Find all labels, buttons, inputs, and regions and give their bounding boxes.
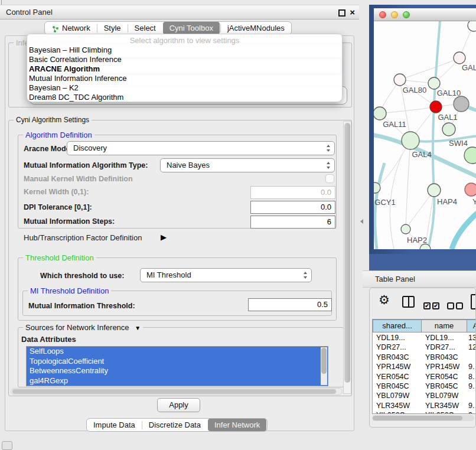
algorithm-option-basic-correlation[interactable]: Basic Correlation Inference: [27, 55, 342, 64]
table-row[interactable]: YBR045C YBR045C 9.: [373, 382, 476, 392]
kernel-width-field[interactable]: 0.0: [250, 186, 335, 199]
node-gal80[interactable]: [394, 74, 406, 86]
tab-impute-data[interactable]: Impute Data: [87, 419, 142, 431]
unchecked-checkbox-icon[interactable]: [447, 302, 454, 309]
hub-definition-label[interactable]: Hub/Transcription Factor Definition: [24, 233, 142, 242]
algorithm-option-dream8[interactable]: Dream8 DC_TDC Algorithm: [27, 93, 342, 102]
node-gal1-red[interactable]: [430, 101, 442, 113]
settings-scrollbar-thumb[interactable]: [344, 123, 350, 383]
panel-splitter-handle[interactable]: [360, 219, 363, 224]
cell-shared-name: YBR045C: [376, 382, 409, 390]
node-partial-top[interactable]: [468, 21, 476, 31]
manual-kernel-width-checkbox[interactable]: [325, 174, 334, 183]
algorithm-option-bayesian-k2[interactable]: Bayesian – K2: [27, 83, 342, 93]
float-window-icon[interactable]: [338, 9, 345, 17]
node-gal11[interactable]: [374, 107, 386, 120]
list-item-betweennesscentrality[interactable]: BetweennessCentrality: [27, 366, 328, 376]
table-row[interactable]: YPR145W YPR145W 9.: [373, 363, 476, 373]
list-item-selfloops[interactable]: SelfLoops: [27, 347, 328, 357]
tab-network[interactable]: Network: [45, 22, 97, 34]
tab-jactivemnodules-label: jActiveMNodules: [227, 22, 285, 34]
apply-button[interactable]: Apply: [157, 398, 200, 412]
network-nodes[interactable]: [374, 21, 476, 249]
algorithm-option-aracne[interactable]: ARACNE Algorithm: [27, 64, 342, 74]
list-item-gal4rgexp[interactable]: gal4RGexp: [27, 376, 328, 386]
tab-style[interactable]: Style: [97, 22, 128, 34]
mac-zoom-button[interactable]: [403, 11, 410, 18]
column-header-name[interactable]: name: [421, 319, 467, 332]
table-horizontal-scrollbar[interactable]: [372, 415, 474, 421]
table-row[interactable]: YBR043C YBR043C: [373, 353, 476, 363]
stepper-up-icon: [304, 272, 307, 274]
close-icon[interactable]: ×: [350, 7, 355, 18]
cell-value: 9.: [468, 402, 474, 410]
document-icon[interactable]: [471, 294, 476, 309]
tab-infer-network[interactable]: Infer Network: [208, 419, 266, 431]
label-gal80: GAL80: [403, 86, 426, 94]
table-horizontal-scrollbar-thumb[interactable]: [373, 416, 462, 420]
stepper-down-icon: [327, 149, 330, 152]
mi-algorithm-type-combobox[interactable]: Naive Bayes: [160, 158, 335, 172]
table-row[interactable]: YLR345W YLR345W 9.: [373, 402, 476, 412]
node-gal10[interactable]: [428, 77, 440, 89]
table-row[interactable]: YDR27... YDR27... 12: [373, 343, 476, 353]
tab-jactivemnodules[interactable]: jActiveMNodules: [221, 22, 291, 34]
label-gal11: GAL11: [383, 120, 406, 129]
which-threshold-combobox[interactable]: MI Threshold: [140, 268, 312, 282]
column-header-partial[interactable]: A: [467, 319, 476, 332]
checked-checkbox-icon[interactable]: ✔: [432, 302, 439, 309]
settings-vertical-scrollbar[interactable]: [343, 121, 351, 394]
sources-collapse-icon[interactable]: ▼: [135, 325, 141, 331]
node-hap4[interactable]: [428, 184, 441, 197]
tab-network-label: Network: [62, 22, 90, 34]
tab-discretize-data[interactable]: Discretize Data: [142, 419, 207, 431]
checked-checkbox-icon[interactable]: ✔: [423, 302, 431, 309]
tab-select[interactable]: Select: [128, 22, 162, 34]
algorithm-option-mutual-information[interactable]: Mutual Information Inference: [27, 74, 342, 83]
column-header-shared-name[interactable]: shared...: [373, 319, 422, 332]
label-swi4: SWI4: [449, 139, 468, 148]
cell-name: YPR145W: [425, 363, 459, 371]
node-salmon[interactable]: [465, 183, 476, 196]
data-attributes-list: SelfLoops TopologicalCoefficient Between…: [26, 346, 328, 386]
sources-title[interactable]: Sources for Network Inference ▼: [23, 323, 143, 332]
attributes-list-scrollbar[interactable]: [321, 347, 327, 385]
table-row[interactable]: YDL19... YDL19... 13: [373, 334, 476, 344]
label-gcy1: GCY1: [374, 198, 395, 207]
node-hap2[interactable]: [401, 224, 410, 234]
node-gray[interactable]: [454, 96, 469, 112]
network-window-titlebar[interactable]: [374, 8, 476, 21]
cell-value: 9: [468, 411, 472, 414]
table-row[interactable]: YIL052C YIL052C 9: [373, 411, 476, 414]
node-gal-partial[interactable]: [454, 52, 465, 64]
stepper-down-icon: [304, 276, 307, 279]
list-item-topologicalcoefficient[interactable]: TopologicalCoefficient: [27, 357, 328, 367]
mac-minimize-button[interactable]: [391, 11, 398, 18]
node-swi4[interactable]: [442, 123, 455, 136]
settings-horizontal-scrollbar-thumb[interactable]: [12, 389, 336, 394]
unchecked-checkbox-icon[interactable]: [456, 302, 463, 309]
cyni-algorithm-settings-title: Cyni Algorithm Settings: [14, 116, 92, 125]
tab-cyni-toolbox[interactable]: Cyni Toolbox: [163, 22, 220, 34]
settings-horizontal-scrollbar[interactable]: [11, 388, 343, 395]
mi-steps-field[interactable]: 6: [250, 216, 335, 229]
mi-algorithm-type-value: Naive Bayes: [167, 159, 210, 172]
gear-icon[interactable]: ⚙: [379, 293, 390, 307]
label-hap2: HAP2: [407, 236, 427, 244]
label-hap4: HAP4: [437, 197, 457, 206]
dpi-tolerance-field[interactable]: 0.0: [250, 201, 335, 214]
aracne-mode-combobox[interactable]: Discovery: [67, 141, 335, 155]
network-canvas[interactable]: GAL80 GAL10 GAL1 GAL11 SWI4 GAL4 GCY1 HA…: [374, 21, 476, 249]
node-partial-right[interactable]: [464, 147, 476, 164]
table-row[interactable]: YBL079W YBL079W: [373, 392, 476, 402]
node-gal4[interactable]: [402, 132, 419, 149]
attributes-list-scrollbar-thumb[interactable]: [321, 348, 327, 374]
minimized-panel-icon[interactable]: [2, 441, 12, 450]
mi-threshold-field[interactable]: 0.5: [248, 298, 332, 311]
algorithm-option-bayesian-hill-climbing[interactable]: Bayesian – Hill Climbing: [27, 45, 342, 55]
table-row[interactable]: YER054C YER054C 8.: [373, 373, 476, 383]
hub-expand-icon[interactable]: ▶: [161, 233, 167, 242]
cell-value: 13: [468, 334, 476, 342]
mac-close-button[interactable]: [379, 11, 386, 18]
columns-icon[interactable]: [402, 296, 415, 308]
